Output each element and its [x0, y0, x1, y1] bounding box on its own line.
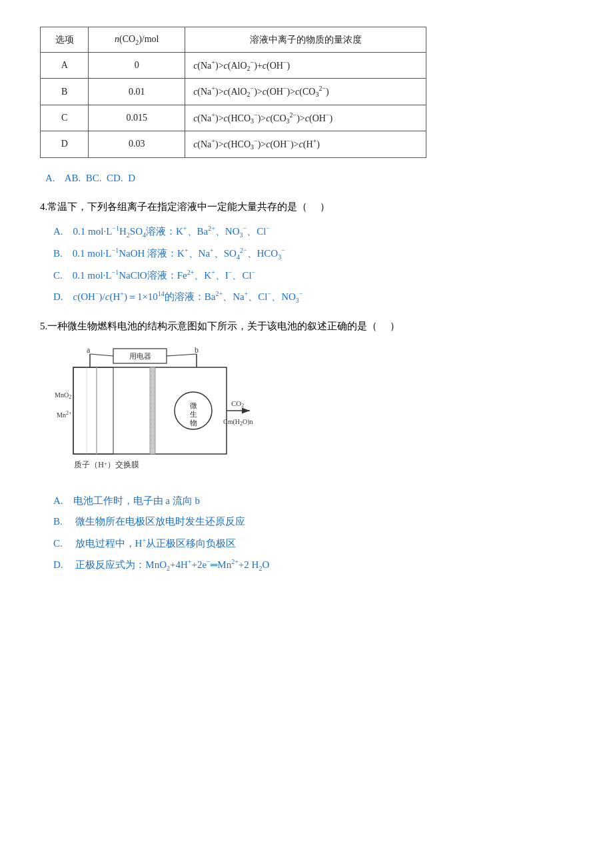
cell-option-d: D	[41, 131, 89, 157]
cell-n-c: 0.015	[89, 105, 185, 131]
cell-conc-b: c(Na+)>c(AlO2−)>c(OH−)>c(CO32−)	[185, 79, 426, 105]
q5-option-c: C. 放电过程中，H+从正极区移向负极区	[40, 535, 573, 553]
col-header-concentration: 溶液中离子的物质的量浓度	[185, 27, 426, 53]
q4-option-d: D. c(OH−)/c(H+)＝1×1014的溶液：Ba2+、Na+、Cl−、N…	[40, 288, 573, 306]
q4-option-b: B. 0.1 mol·L−1NaOH 溶液：K+、Na+、SO42−、HCO3−	[40, 245, 573, 263]
svg-text:b: b	[195, 347, 199, 355]
svg-text:物: 物	[190, 419, 197, 427]
svg-text:质子（H+）交换膜: 质子（H+）交换膜	[74, 460, 139, 469]
svg-line-17	[90, 354, 113, 356]
q4-option-c: C. 0.1 mol·L−1NaClO溶液：Fe2+、K+、I−、Cl−	[40, 267, 573, 285]
svg-text:生: 生	[190, 410, 197, 418]
svg-rect-1	[73, 367, 113, 454]
page-content: 选项 n(CO2)/mol 溶液中离子的物质的量浓度 A 0 c(Na+)>c(…	[40, 27, 573, 574]
table-row: C 0.015 c(Na+)>c(HCO3−)>c(CO32−)>c(OH−)	[41, 105, 426, 131]
table-row: D 0.03 c(Na+)>c(HCO3−)>c(OH−)>c(H+)	[41, 131, 426, 157]
cell-conc-c: c(Na+)>c(HCO3−)>c(CO32−)>c(OH−)	[185, 105, 426, 131]
cell-n-b: 0.01	[89, 79, 185, 105]
cell-option-b: B	[41, 79, 89, 105]
cell-option-a: A	[41, 52, 89, 78]
battery-diagram: 微 生 物 a b 用电器 CO2 Cm(	[53, 347, 267, 481]
svg-rect-4	[150, 367, 155, 454]
svg-text:Cm(H2O)n: Cm(H2O)n	[223, 418, 253, 427]
cell-option-c: C	[41, 105, 89, 131]
question-5: 5.一种微生物燃料电池的结构示意图如下所示，关于该电池的叙述正确的是（ ）	[40, 318, 573, 335]
svg-text:a: a	[87, 347, 91, 355]
table-row: B 0.01 c(Na+)>c(AlO2−)>c(OH−)>c(CO32−)	[41, 79, 426, 105]
svg-text:用电器: 用电器	[129, 352, 151, 360]
cell-n-a: 0	[89, 52, 185, 78]
answer-line: A. AB. BC. CD. D	[40, 170, 573, 187]
cell-n-d: 0.03	[89, 131, 185, 157]
col-header-option: 选项	[41, 27, 89, 53]
question-4: 4.常温下，下列各组离子在指定溶液中一定能大量共存的是（ ）	[40, 199, 573, 216]
cell-conc-d: c(Na+)>c(HCO3−)>c(OH−)>c(H+)	[185, 131, 426, 157]
battery-svg: 微 生 物 a b 用电器 CO2 Cm(	[53, 347, 267, 481]
svg-text:CO2: CO2	[231, 399, 244, 409]
svg-text:微: 微	[190, 401, 197, 409]
data-table: 选项 n(CO2)/mol 溶液中离子的物质的量浓度 A 0 c(Na+)>c(…	[40, 27, 426, 158]
col-header-n: n(CO2)/mol	[89, 27, 185, 53]
q5-option-d: D. 正极反应式为：MnO2+4H++2e−═Mn2++2 H2O	[40, 556, 573, 574]
svg-line-18	[167, 354, 197, 356]
svg-text:MnO2: MnO2	[55, 391, 71, 400]
table-row: A 0 c(Na+)>c(AlO2−)+c(OH−)	[41, 52, 426, 78]
q5-option-b: B. 微生物所在电极区放电时发生还原反应	[40, 513, 573, 531]
cell-conc-a: c(Na+)>c(AlO2−)+c(OH−)	[185, 52, 426, 78]
q4-option-a: A. 0.1 mol·L−1H2SO4溶液：K+、Ba2+、NO3−、Cl−	[40, 223, 573, 241]
svg-text:Mn2+: Mn2+	[57, 410, 72, 419]
q5-option-a: A. 电池工作时，电子由 a 流向 b	[40, 493, 573, 510]
